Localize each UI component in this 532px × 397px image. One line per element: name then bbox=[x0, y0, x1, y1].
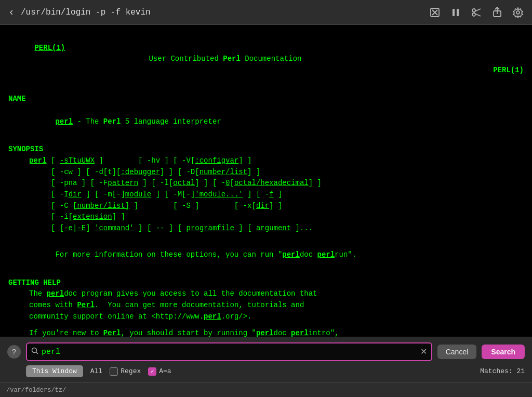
svg-line-12 bbox=[36, 352, 38, 354]
search-clear-button[interactable]: ✕ bbox=[420, 348, 427, 356]
search-bar: ? ✕ Cancel Search This Window All Regex … bbox=[0, 337, 532, 382]
section-name: NAME bbox=[8, 94, 524, 105]
synopsis-note: For more information on these options, y… bbox=[8, 239, 524, 272]
name-content: perl - The Perl 5 language interpreter bbox=[8, 105, 524, 139]
scissors-icon[interactable] bbox=[471, 7, 482, 18]
getting-help-content: The perldoc program gives you access to … bbox=[8, 288, 524, 322]
matches-count: Matches: 21 bbox=[480, 367, 525, 375]
search-magnifier-icon bbox=[31, 347, 38, 356]
share-icon[interactable] bbox=[491, 7, 503, 18]
this-window-button[interactable]: This Window bbox=[26, 365, 83, 377]
svg-point-5 bbox=[472, 9, 475, 12]
svg-rect-3 bbox=[453, 9, 455, 16]
settings-icon[interactable] bbox=[512, 7, 524, 18]
search-input[interactable] bbox=[42, 348, 417, 356]
terminal-content: PERL(1) User Contributed Perl Documentat… bbox=[0, 25, 532, 337]
status-bar: /var/folders/tz/ bbox=[0, 382, 532, 397]
help-button[interactable]: ? bbox=[7, 345, 21, 359]
svg-line-7 bbox=[475, 9, 481, 11]
synopsis-content: perl [ -sTtuUWX ] [ -hv ] [ -V[:configva… bbox=[8, 155, 524, 234]
title-bar-controls bbox=[429, 6, 524, 18]
svg-line-8 bbox=[475, 14, 481, 16]
back-button[interactable]: ‹ bbox=[8, 6, 15, 18]
title-bar: ‹ /usr/bin/login -p -f kevin bbox=[0, 0, 532, 25]
regex-option: Regex bbox=[110, 367, 141, 376]
section-synopsis: SYNOPSIS bbox=[8, 144, 524, 155]
header-left: PERL(1) bbox=[34, 44, 65, 52]
window-title: /usr/bin/login -p -f kevin bbox=[21, 8, 151, 17]
header-center: User Contributed Perl Documentation bbox=[149, 55, 301, 63]
man-header: PERL(1) User Contributed Perl Documentat… bbox=[8, 31, 524, 87]
title-bar-left: ‹ /usr/bin/login -p -f kevin bbox=[8, 6, 151, 18]
status-path: /var/folders/tz/ bbox=[6, 387, 66, 394]
svg-rect-4 bbox=[457, 9, 459, 16]
all-label[interactable]: All bbox=[90, 367, 102, 375]
cancel-button[interactable]: Cancel bbox=[437, 345, 477, 359]
svg-point-6 bbox=[472, 13, 475, 16]
pause-icon[interactable] bbox=[450, 7, 461, 18]
close-icon[interactable] bbox=[429, 6, 441, 18]
search-row-options: This Window All Regex ✓ A=a Matches: 21 bbox=[7, 365, 525, 377]
regex-label[interactable]: Regex bbox=[121, 367, 141, 375]
getting-help-content2: If you're new to Perl, you should start … bbox=[8, 328, 524, 337]
svg-point-11 bbox=[32, 348, 37, 353]
svg-point-10 bbox=[516, 11, 520, 14]
aea-option: ✓ A=a bbox=[148, 367, 171, 376]
aea-checkbox[interactable]: ✓ bbox=[148, 367, 156, 376]
search-button[interactable]: Search bbox=[482, 345, 525, 359]
search-input-container: ✕ bbox=[26, 342, 432, 361]
section-getting-help: GETTING HELP bbox=[8, 277, 524, 289]
regex-checkbox[interactable] bbox=[110, 367, 118, 376]
header-right: PERL(1) bbox=[493, 65, 524, 76]
search-row-main: ? ✕ Cancel Search bbox=[7, 342, 525, 361]
aea-label[interactable]: A=a bbox=[159, 367, 171, 375]
